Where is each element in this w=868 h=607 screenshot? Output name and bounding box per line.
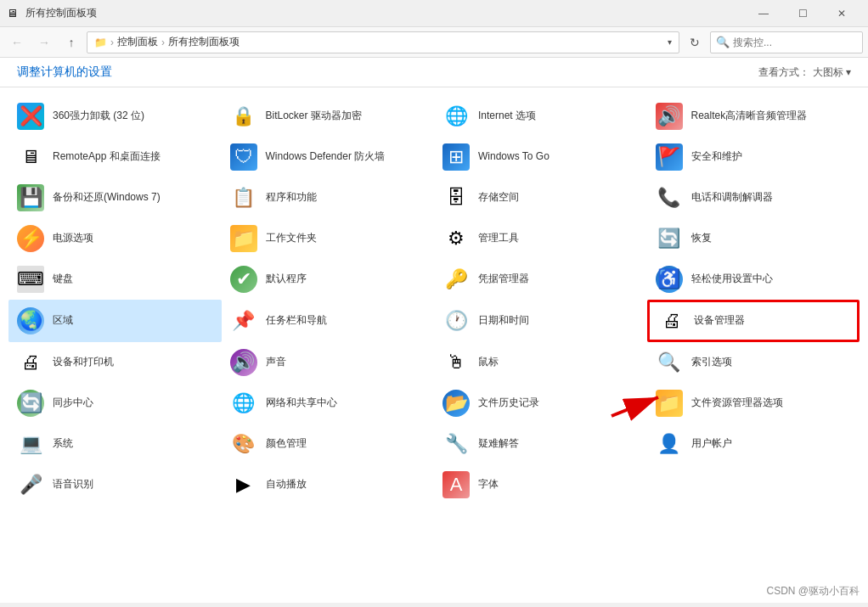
item-backup-label: 备份和还原(Windows 7) <box>53 191 161 205</box>
item-network-label: 网络和共享中心 <box>266 396 337 410</box>
close-button[interactable]: ✕ <box>822 0 861 27</box>
item-sync[interactable]: 🔄同步中心 <box>8 383 222 424</box>
view-dropdown[interactable]: 大图标 ▾ <box>813 65 851 80</box>
item-security[interactable]: 🚩安全和维护 <box>647 137 860 177</box>
item-realtek-label: Realtek高清晰音频管理器 <box>691 110 808 123</box>
item-datetime[interactable]: 🕐日期和时间 <box>434 300 647 342</box>
item-datetime-icon: 🕐 <box>442 307 470 334</box>
item-windows-go[interactable]: ⊞Windows To Go <box>434 137 647 177</box>
item-windows-go-label: Windows To Go <box>478 150 550 164</box>
item-phone[interactable]: 📞电话和调制解调器 <box>647 177 860 218</box>
item-security-icon: 🚩 <box>656 143 683 171</box>
item-mouse[interactable]: 🖱鼠标 <box>434 342 647 383</box>
item-user[interactable]: 👤用户帐户 <box>647 424 860 464</box>
item-color-label: 颜色管理 <box>266 437 307 451</box>
item-file-history-icon: 📂 <box>442 390 470 417</box>
item-bitlocker[interactable]: 🔒BitLocker 驱动器加密 <box>222 96 435 137</box>
item-bitlocker-label: BitLocker 驱动器加密 <box>266 110 362 123</box>
main-header-title[interactable]: 调整计算机的设置 <box>17 65 112 80</box>
maximize-button[interactable]: ☐ <box>783 0 822 27</box>
item-keyboard[interactable]: ⌨键盘 <box>8 259 222 300</box>
item-region[interactable]: 🌏区域 <box>8 300 222 342</box>
refresh-button[interactable]: ↻ <box>683 31 707 54</box>
item-sound-icon: 🔊 <box>230 349 257 376</box>
item-user-icon: 👤 <box>656 430 683 458</box>
breadcrumb-part-1[interactable]: 控制面板 <box>117 35 158 49</box>
item-backup[interactable]: 💾备份和还原(Windows 7) <box>8 177 222 218</box>
window-icon: 🖥 <box>7 7 20 20</box>
item-taskbar[interactable]: 📌任务栏和导航 <box>222 300 435 342</box>
item-security-label: 安全和维护 <box>691 150 742 164</box>
item-credential-label: 凭据管理器 <box>478 273 529 286</box>
breadcrumb-part-2[interactable]: 所有控制面板项 <box>168 35 240 49</box>
minimize-button[interactable]: — <box>744 0 783 27</box>
item-realtek-icon: 🔊 <box>656 103 683 130</box>
item-trouble[interactable]: 🔧疑难解答 <box>434 424 647 464</box>
item-network[interactable]: 🌐网络和共享中心 <box>222 383 435 424</box>
item-color[interactable]: 🎨颜色管理 <box>222 424 435 464</box>
item-font-icon: A <box>442 471 470 498</box>
forward-button[interactable]: → <box>32 31 56 54</box>
item-internet[interactable]: 🌐Internet 选项 <box>434 96 647 137</box>
item-mouse-icon: 🖱 <box>442 349 470 376</box>
item-program-label: 程序和功能 <box>266 191 317 205</box>
item-file-history[interactable]: 📂文件历史记录 <box>434 383 647 424</box>
item-autoplay-label: 自动播放 <box>266 478 307 492</box>
search-input[interactable] <box>733 37 857 48</box>
item-360[interactable]: ❌360强力卸载 (32 位) <box>8 96 222 137</box>
item-recovery-label: 恢复 <box>691 232 712 245</box>
item-autoplay[interactable]: ▶自动播放 <box>222 464 435 505</box>
item-credential-icon: 🔑 <box>442 266 470 293</box>
item-device-printer-label: 设备和打印机 <box>53 356 114 369</box>
item-file-explorer[interactable]: 📁文件资源管理器选项 <box>647 383 860 424</box>
item-power-icon: ⚡ <box>17 225 44 252</box>
item-device-manager-label: 设备管理器 <box>694 314 745 328</box>
item-credential[interactable]: 🔑凭据管理器 <box>434 259 647 300</box>
item-datetime-label: 日期和时间 <box>478 314 529 328</box>
title-bar: 🖥 所有控制面板项 — ☐ ✕ <box>0 0 868 27</box>
item-color-icon: 🎨 <box>230 430 257 458</box>
search-box: 🔍 <box>710 31 863 53</box>
address-path[interactable]: 📁 › 控制面板 › 所有控制面板项 ▾ <box>87 31 679 53</box>
item-index[interactable]: 🔍索引选项 <box>647 342 860 383</box>
item-phone-icon: 📞 <box>656 184 683 211</box>
item-defender-label: Windows Defender 防火墙 <box>266 150 386 164</box>
item-windows-go-icon: ⊞ <box>442 143 470 171</box>
item-voice[interactable]: 🎤语音识别 <box>8 464 222 505</box>
item-trouble-label: 疑难解答 <box>478 437 519 451</box>
item-system-icon: 💻 <box>17 430 44 458</box>
item-work-folder[interactable]: 📁工作文件夹 <box>222 218 435 259</box>
breadcrumb-icon: 📁 <box>94 37 107 48</box>
main-header: 调整计算机的设置 查看方式： 大图标 ▾ <box>0 58 868 87</box>
item-voice-icon: 🎤 <box>17 471 44 498</box>
item-360-icon: ❌ <box>17 103 44 130</box>
item-voice-label: 语音识别 <box>53 478 93 492</box>
item-sound[interactable]: 🔊声音 <box>222 342 435 383</box>
item-storage[interactable]: 🗄存储空间 <box>434 177 647 218</box>
item-defender[interactable]: 🛡Windows Defender 防火墙 <box>222 137 435 177</box>
item-power[interactable]: ⚡电源选项 <box>8 218 222 259</box>
item-default-program[interactable]: ✔默认程序 <box>222 259 435 300</box>
item-program[interactable]: 📋程序和功能 <box>222 177 435 218</box>
item-recovery[interactable]: 🔄恢复 <box>647 218 860 259</box>
item-realtek[interactable]: 🔊Realtek高清晰音频管理器 <box>647 96 860 137</box>
item-default-program-icon: ✔ <box>230 266 257 293</box>
item-font[interactable]: A字体 <box>434 464 647 505</box>
address-bar: ← → ↑ 📁 › 控制面板 › 所有控制面板项 ▾ ↻ 🔍 <box>0 27 868 58</box>
item-defender-icon: 🛡 <box>230 143 257 171</box>
up-button[interactable]: ↑ <box>59 31 83 54</box>
item-index-icon: 🔍 <box>656 349 683 376</box>
item-internet-label: Internet 选项 <box>478 110 536 123</box>
item-mouse-label: 鼠标 <box>478 356 499 369</box>
back-button[interactable]: ← <box>5 31 29 54</box>
item-system[interactable]: 💻系统 <box>8 424 222 464</box>
item-remote[interactable]: 🖥RemoteApp 和桌面连接 <box>8 137 222 177</box>
item-manage-tool[interactable]: ⚙管理工具 <box>434 218 647 259</box>
item-device-printer[interactable]: 🖨设备和打印机 <box>8 342 222 383</box>
item-easy-access[interactable]: ♿轻松使用设置中心 <box>647 259 860 300</box>
item-device-manager[interactable]: 🖨设备管理器 <box>647 300 860 342</box>
address-dropdown-icon[interactable]: ▾ <box>668 37 672 47</box>
item-index-label: 索引选项 <box>691 356 732 369</box>
item-internet-icon: 🌐 <box>442 103 470 130</box>
item-remote-icon: 🖥 <box>17 143 44 171</box>
